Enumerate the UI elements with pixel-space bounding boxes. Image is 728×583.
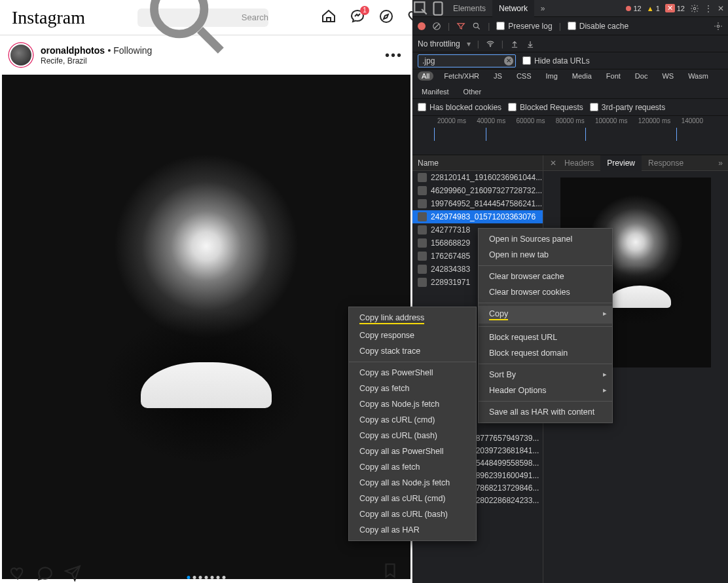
home-icon[interactable] xyxy=(321,9,337,27)
menu-item[interactable]: Copy all as cURL (bash) xyxy=(349,506,476,522)
request-row[interactable]: 199764952_81444547586241... xyxy=(412,197,543,210)
post-actions xyxy=(9,565,81,582)
close-preview-icon[interactable]: ✕ xyxy=(543,155,558,171)
inspect-icon[interactable] xyxy=(412,0,429,17)
menu-item[interactable]: Copy all as cURL (cmd) xyxy=(349,491,476,506)
menu-item[interactable]: Copy as fetch xyxy=(349,381,476,396)
request-name: 242834383 xyxy=(431,265,470,274)
menu-item[interactable]: Block request domain xyxy=(479,345,612,361)
timeline[interactable]: 20000 ms40000 ms60000 ms80000 ms100000 m… xyxy=(412,116,728,155)
menu-item[interactable]: Copy all as HAR xyxy=(349,522,476,538)
gear-icon[interactable] xyxy=(690,4,699,13)
wifi-icon[interactable] xyxy=(486,39,495,48)
post-more-button[interactable]: ••• xyxy=(385,48,403,63)
request-row[interactable]: 46299960_216097327728732... xyxy=(412,184,543,197)
request-row[interactable]: 12802286824233... xyxy=(471,495,539,507)
gear-icon[interactable] xyxy=(714,22,723,31)
type-filter-all[interactable]: All xyxy=(418,71,433,81)
type-filter-wasm[interactable]: Wasm xyxy=(684,71,712,81)
request-row[interactable]: 38777657949739... xyxy=(471,432,539,445)
tabs-overflow-icon[interactable]: » xyxy=(712,155,728,171)
search-input[interactable]: Search xyxy=(137,9,268,27)
request-row[interactable]: 22039723681841... xyxy=(471,445,539,457)
menu-item[interactable]: Copy stack trace xyxy=(349,343,476,359)
clear-icon[interactable] xyxy=(432,22,441,31)
tab-preview[interactable]: Preview xyxy=(600,155,642,171)
type-filter-css[interactable]: CSS xyxy=(513,71,536,81)
menu-item[interactable]: Clear browser cache xyxy=(479,269,612,284)
menu-item[interactable]: Copy response xyxy=(349,328,476,343)
type-filter-media[interactable]: Media xyxy=(568,71,596,81)
post-avatar[interactable] xyxy=(9,43,33,67)
upload-icon[interactable] xyxy=(510,39,519,48)
blocked-requests-checkbox[interactable]: Blocked Requests xyxy=(508,103,583,112)
disable-cache-checkbox[interactable]: Disable cache xyxy=(568,22,628,31)
type-filter-js[interactable]: JS xyxy=(490,71,506,81)
throttle-select[interactable]: No throttling xyxy=(418,39,460,48)
blocked-cookies-checkbox[interactable]: Has blocked cookies xyxy=(418,103,501,112)
menu-item[interactable]: Copy as PowerShell xyxy=(349,365,476,381)
comment-icon[interactable] xyxy=(37,565,54,582)
menu-item[interactable]: Open in new tab xyxy=(479,247,612,263)
clear-filter-icon[interactable]: ✕ xyxy=(504,56,513,66)
kebab-icon[interactable]: ⋮ xyxy=(704,4,712,13)
menu-item[interactable]: Open in Sources panel xyxy=(479,231,612,247)
type-filter-font[interactable]: Font xyxy=(602,71,625,81)
warning-count[interactable]: ▲1 xyxy=(647,5,660,12)
issue-count[interactable]: ✕12 xyxy=(665,4,685,12)
tab-response[interactable]: Response xyxy=(642,155,690,171)
tab-headers[interactable]: Headers xyxy=(558,155,600,171)
menu-item[interactable]: Copy all as PowerShell xyxy=(349,443,476,459)
filter-icon[interactable] xyxy=(456,22,465,31)
type-filter-row: AllFetch/XHRJSCSSImgMediaFontDocWSWasmMa… xyxy=(412,69,728,99)
tab-network[interactable]: Network xyxy=(492,0,534,17)
messenger-icon[interactable]: 1 xyxy=(350,9,365,27)
menu-item[interactable]: Copy all as Node.js fetch xyxy=(349,475,476,491)
type-filter-img[interactable]: Img xyxy=(542,71,562,81)
menu-item[interactable]: Copy as cURL (cmd) xyxy=(349,412,476,428)
type-filter-other[interactable]: Other xyxy=(460,87,486,96)
svg-point-10 xyxy=(717,25,719,28)
post-username[interactable]: oronaldphotos xyxy=(41,45,105,56)
error-count[interactable]: 12 xyxy=(626,5,641,12)
explore-icon[interactable] xyxy=(378,9,394,27)
menu-item[interactable]: Save all as HAR with content xyxy=(479,404,612,420)
menu-item[interactable]: Copy as cURL (bash) xyxy=(349,428,476,443)
svg-line-7 xyxy=(435,24,439,28)
menu-item[interactable]: Block request URL xyxy=(479,329,612,345)
hide-data-urls-checkbox[interactable]: Hide data URLs xyxy=(522,56,590,66)
menu-item[interactable]: Header Options xyxy=(479,383,612,398)
type-filter-ws[interactable]: WS xyxy=(658,71,678,81)
filter-row: ✕ Hide data URLs xyxy=(412,52,728,69)
request-row[interactable]: 38962391600491... xyxy=(471,470,539,482)
type-filter-fetchxhr[interactable]: Fetch/XHR xyxy=(440,71,483,81)
like-icon[interactable] xyxy=(9,565,26,582)
bookmark-icon[interactable] xyxy=(382,562,399,582)
menu-item[interactable]: Copy link address xyxy=(349,310,476,328)
menu-item[interactable]: Clear browser cookies xyxy=(479,284,612,300)
list-header-name[interactable]: Name xyxy=(412,155,543,171)
search-icon[interactable] xyxy=(472,22,481,31)
preserve-log-checkbox[interactable]: Preserve log xyxy=(496,22,552,31)
request-row[interactable]: 242974983_01571203363076 xyxy=(412,210,543,223)
close-icon[interactable]: ✕ xyxy=(718,4,724,13)
menu-item[interactable]: Copy as Node.js fetch xyxy=(349,396,476,412)
post-location[interactable]: Recife, Brazil xyxy=(41,56,152,66)
third-party-checkbox[interactable]: 3rd-party requests xyxy=(590,103,665,112)
record-button[interactable] xyxy=(418,22,426,30)
menu-item[interactable]: Sort By xyxy=(479,367,612,383)
menu-item[interactable]: Copy xyxy=(479,306,612,324)
type-filter-doc[interactable]: Doc xyxy=(631,71,652,81)
filter-input[interactable] xyxy=(418,54,516,67)
tab-elements[interactable]: Elements xyxy=(446,0,492,17)
instagram-logo[interactable]: Instagram xyxy=(12,7,85,28)
device-icon[interactable] xyxy=(429,0,446,17)
type-filter-manifest[interactable]: Manifest xyxy=(418,87,453,96)
tabs-overflow-icon[interactable]: » xyxy=(534,4,551,13)
share-icon[interactable] xyxy=(64,565,81,582)
menu-item[interactable]: Copy all as fetch xyxy=(349,459,476,475)
download-icon[interactable] xyxy=(526,39,535,48)
request-row[interactable]: 228120141_19160236961044... xyxy=(412,171,543,184)
request-row[interactable]: 15448499558598... xyxy=(471,457,539,470)
request-row[interactable]: 37868213729846... xyxy=(471,482,539,495)
